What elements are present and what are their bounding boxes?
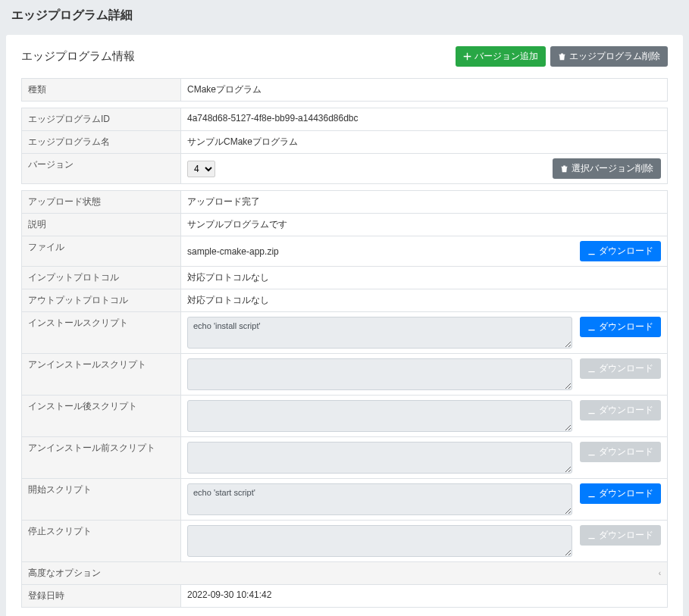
download-label: ダウンロード [599,487,653,500]
uninstall-script-textarea[interactable] [187,358,572,390]
install-script-textarea[interactable] [187,317,572,349]
start-script-textarea[interactable] [187,483,572,515]
stop-script-textarea[interactable] [187,525,572,557]
download-label: ダウンロード [599,404,653,417]
download-label: ダウンロード [599,529,653,542]
label-post-install-script: インストール後スクリプト [22,396,181,437]
download-icon [587,247,596,255]
add-version-label: バージョン追加 [474,50,538,63]
advanced-options-row[interactable]: 高度なオプション ‹ [22,562,668,585]
delete-program-label: エッジプログラム削除 [569,50,660,63]
label-install-script: インストールスクリプト [22,312,181,354]
download-icon [587,323,596,331]
value-output-protocol: 対応プロトコルなし [181,289,668,312]
label-registered-at: 登録日時 [22,585,181,608]
value-description: サンプルプログラムです [181,214,668,236]
download-uninstall-script-button: ダウンロード [580,358,661,379]
download-install-script-button[interactable]: ダウンロード [580,317,661,337]
value-program-name: サンプルCMakeプログラム [181,131,668,154]
section-title: エッジプログラム情報 [21,49,135,64]
label-upload-status: アップロード状態 [22,191,181,214]
delete-program-button[interactable]: エッジプログラム削除 [550,46,668,67]
label-version: バージョン [22,154,181,184]
label-output-protocol: アウトプットプロトコル [22,289,181,312]
download-icon [587,489,596,498]
label-start-script: 開始スクリプト [22,479,181,521]
chevron-left-icon: ‹ [659,569,661,577]
value-upload-status: アップロード完了 [181,191,668,214]
value-registered-at: 2022-09-30 10:41:42 [181,585,668,608]
download-stop-script-button: ダウンロード [580,525,661,546]
download-icon [587,531,596,539]
download-post-install-script-button: ダウンロード [580,400,661,421]
trash-icon [558,52,566,61]
download-pre-uninstall-script-button: ダウンロード [580,442,661,462]
delete-version-label: 選択バージョン削除 [572,162,653,175]
download-label: ダウンロード [599,321,653,333]
label-type: 種類 [22,79,181,102]
post-install-script-textarea[interactable] [187,400,572,432]
add-version-button[interactable]: バージョン追加 [456,46,546,67]
value-input-protocol: 対応プロトコルなし [181,267,668,289]
value-program-id: 4a748d68-5127-4f8e-bb99-a14436d86dbc [181,108,668,131]
label-uninstall-script: アンインストールスクリプト [22,354,181,396]
download-start-script-button[interactable]: ダウンロード [580,483,661,504]
download-label: ダウンロード [599,446,653,458]
value-type: CMakeプログラム [181,79,668,102]
detail-panel: エッジプログラム情報 バージョン追加 エッジプログラム削除 種類 CMakeプロ… [6,35,683,616]
label-pre-uninstall-script: アンインストール前スクリプト [22,437,181,479]
label-program-name: エッジプログラム名 [22,131,181,154]
trash-icon [560,164,568,173]
plus-icon [463,52,471,61]
download-file-button[interactable]: ダウンロード [580,241,661,261]
download-icon [587,448,596,456]
download-icon [587,406,596,414]
label-input-protocol: インプットプロトコル [22,267,181,289]
label-stop-script: 停止スクリプト [22,521,181,562]
label-description: 説明 [22,214,181,236]
delete-version-button[interactable]: 選択バージョン削除 [553,158,661,179]
label-program-id: エッジプログラムID [22,108,181,131]
label-file: ファイル [22,236,181,267]
download-label: ダウンロード [599,245,653,258]
download-icon [587,364,596,373]
download-label: ダウンロード [599,362,653,375]
page-title: エッジプログラム詳細 [11,8,678,23]
value-file: sample-cmake-app.zip [187,246,279,257]
label-advanced-options: 高度なオプション [28,567,101,580]
pre-uninstall-script-textarea[interactable] [187,442,572,474]
version-select[interactable]: 4 [187,161,215,177]
